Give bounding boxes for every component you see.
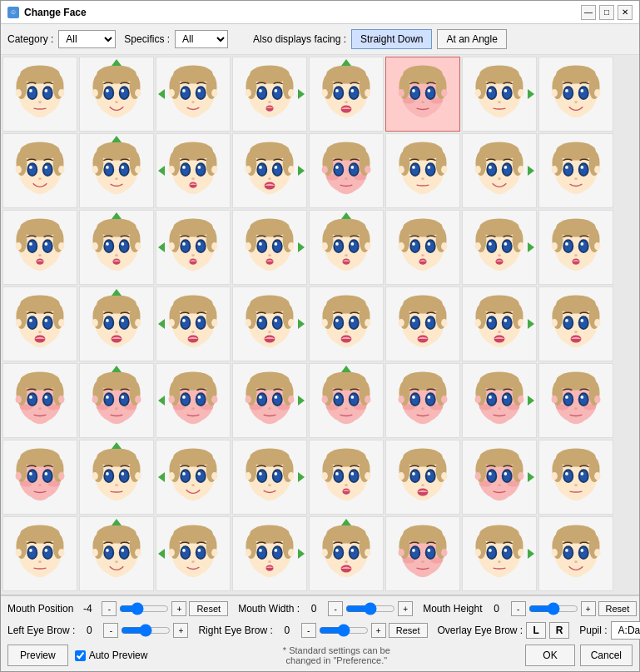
face-cell[interactable] [309,286,384,361]
face-cell[interactable] [309,363,384,438]
face-cell[interactable] [156,57,231,132]
face-cell[interactable] [2,133,77,208]
category-select[interactable]: All Normal Angry Happy Sad [58,30,116,48]
face-cell[interactable] [232,363,307,438]
mouth-height-plus[interactable]: + [581,601,596,616]
face-cell[interactable] [232,133,307,208]
face-cell[interactable] [79,210,154,285]
mouth-height-reset[interactable]: Reset [598,601,638,616]
at-an-angle-button[interactable]: At an Angle [437,29,506,49]
face-cell[interactable] [538,363,613,438]
face-cell[interactable] [385,516,460,591]
face-cell[interactable] [2,440,77,515]
face-cell[interactable] [309,210,384,285]
svg-point-142 [122,166,125,169]
svg-point-358 [58,319,64,326]
maximize-button[interactable]: □ [599,5,614,20]
mouth-position-slider[interactable] [119,603,169,615]
specifics-select[interactable]: All Eyes Mouth Brows [175,30,228,48]
face-cell[interactable] [156,363,231,438]
face-cell[interactable] [156,210,231,285]
face-cell[interactable] [309,57,384,132]
face-cell[interactable] [538,210,613,285]
face-cell[interactable] [309,440,384,515]
left-brow-plus[interactable]: + [173,623,188,638]
ok-button[interactable]: OK [525,645,574,666]
svg-point-275 [191,254,195,256]
face-cell[interactable] [79,133,154,208]
face-cell[interactable] [2,57,77,132]
face-cell[interactable] [462,133,537,208]
face-cell[interactable] [309,133,384,208]
face-cell[interactable] [156,440,231,515]
face-cell[interactable] [462,516,537,591]
face-cell[interactable] [232,57,307,132]
right-brow-plus[interactable]: + [371,623,386,638]
svg-point-716 [581,472,584,475]
face-cell[interactable] [462,210,537,285]
face-cell[interactable] [232,286,307,361]
overlay-l-button[interactable]: L [526,622,546,639]
face-cell[interactable] [538,516,613,591]
face-cell[interactable] [462,286,537,361]
face-cell[interactable] [462,57,537,132]
face-cell[interactable] [232,516,307,591]
face-cell[interactable] [385,363,460,438]
mouth-position-minus[interactable]: - [102,601,117,616]
face-cell[interactable] [79,516,154,591]
minimize-button[interactable]: — [581,5,596,20]
face-cell[interactable] [385,440,460,515]
mouth-width-plus[interactable]: + [398,601,413,616]
face-cell[interactable] [156,516,231,591]
face-cell[interactable] [232,210,307,285]
face-cell[interactable] [385,133,460,208]
face-cell[interactable] [309,516,384,591]
overlay-r-button[interactable]: R [549,622,569,639]
face-cell[interactable] [385,210,460,285]
face-cell[interactable] [538,286,613,361]
auto-preview-checkbox[interactable] [75,650,86,661]
right-brow-minus[interactable]: - [301,623,316,638]
face-cell[interactable] [538,133,613,208]
face-cell[interactable] [79,363,154,438]
left-brow-minus[interactable]: - [103,623,118,638]
face-cell[interactable] [462,363,537,438]
svg-point-526 [288,396,294,403]
face-cell[interactable] [232,440,307,515]
svg-point-155 [182,166,186,169]
straight-down-button[interactable]: Straight Down [351,29,432,49]
cancel-button[interactable]: Cancel [580,645,633,666]
close-button[interactable]: ✕ [618,5,633,20]
face-cell[interactable] [156,286,231,361]
mouth-position-plus[interactable]: + [171,601,186,616]
preview-button[interactable]: Preview [7,645,68,666]
face-cell[interactable] [79,440,154,515]
left-brow-slider[interactable] [121,625,171,636]
mouth-width-minus[interactable]: - [328,601,343,616]
svg-point-272 [197,241,205,251]
face-cell[interactable] [462,440,537,515]
face-cell[interactable] [2,210,77,285]
face-cell[interactable] [2,286,77,361]
right-brow-slider[interactable] [319,625,369,636]
pupil-select[interactable]: A:Dark_Brown A:Black A:Blue A:Green [611,621,640,640]
face-grid-scroll[interactable] [1,55,639,595]
mouth-position-reset[interactable]: Reset [189,601,228,616]
svg-point-573 [475,396,481,403]
mouth-height-minus[interactable]: - [511,601,526,616]
face-cell[interactable] [2,363,77,438]
face-cell[interactable] [538,440,613,515]
face-cell[interactable] [538,57,613,132]
svg-point-33 [169,89,175,97]
mouth-width-slider[interactable] [345,603,395,615]
right-brow-reset[interactable]: Reset [389,623,428,638]
svg-point-641 [182,472,186,475]
mouth-height-slider[interactable] [528,603,578,615]
face-cell[interactable] [385,57,460,132]
face-cell[interactable] [79,286,154,361]
face-cell[interactable] [385,286,460,361]
face-cell[interactable] [156,133,231,208]
face-cell[interactable] [2,516,77,591]
svg-point-124 [28,164,36,175]
face-cell[interactable] [79,57,154,132]
